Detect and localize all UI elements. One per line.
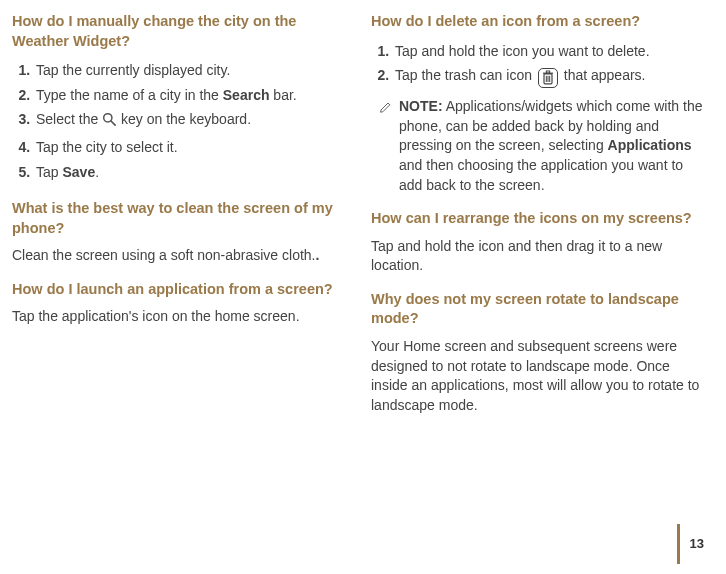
faq-weather-widget: How do I manually change the city on the… [12, 12, 345, 185]
page-number: 13 [690, 535, 704, 553]
step-bold: Save [62, 164, 95, 180]
weather-steps: Tap the currently displayed city. Type t… [12, 59, 345, 185]
page-footer: 13 [677, 524, 704, 564]
note-bold: Applications [608, 137, 692, 153]
body-text: Clean the screen using a soft non-abrasi… [12, 247, 316, 263]
list-item: Tap the currently displayed city. [34, 59, 345, 84]
faq-delete-icon: How do I delete an icon from a screen? T… [371, 12, 704, 195]
faq-rearrange-icons: How can I rearrange the icons on my scre… [371, 209, 704, 276]
step-text: key on the keyboard. [117, 111, 251, 127]
pencil-icon [379, 99, 393, 195]
step-text: Tap the trash can icon [395, 67, 536, 83]
step-text: bar. [269, 87, 296, 103]
faq-heading: How do I launch an application from a sc… [12, 280, 345, 300]
step-text: Tap [36, 164, 62, 180]
note-text: NOTE: Applications/widgets which come wi… [399, 97, 704, 195]
left-column: How do I manually change the city on the… [12, 12, 345, 429]
page-accent-bar [677, 524, 680, 564]
list-item: Tap Save. [34, 161, 345, 186]
trash-icon [538, 68, 558, 88]
step-text: . [95, 164, 99, 180]
note-block: NOTE: Applications/widgets which come wi… [379, 97, 704, 195]
faq-heading: How can I rearrange the icons on my scre… [371, 209, 704, 229]
list-item: Tap the city to select it. [34, 136, 345, 161]
note-body: and then choosing the application you wa… [399, 157, 683, 193]
faq-body: Tap and hold the icon and then drag it t… [371, 237, 704, 276]
right-column: How do I delete an icon from a screen? T… [371, 12, 704, 429]
delete-steps: Tap and hold the icon you want to delete… [371, 40, 704, 92]
faq-heading: What is the best way to clean the screen… [12, 199, 345, 238]
list-item: Tap and hold the icon you want to delete… [393, 40, 704, 65]
faq-heading: How do I manually change the city on the… [12, 12, 345, 51]
faq-heading: Why does not my screen rotate to landsca… [371, 290, 704, 329]
faq-body: Clean the screen using a soft non-abrasi… [12, 246, 345, 266]
search-icon [102, 112, 117, 133]
list-item: Type the name of a city in the Search ba… [34, 84, 345, 109]
faq-launch-app: How do I launch an application from a sc… [12, 280, 345, 327]
faq-heading: How do I delete an icon from a screen? [371, 12, 704, 32]
note-label: NOTE: [399, 98, 443, 114]
list-item: Tap the trash can icon that appears. [393, 64, 704, 91]
period-bold: . [316, 247, 320, 263]
svg-line-1 [111, 121, 115, 125]
step-text: Select the [36, 111, 102, 127]
faq-body: Tap the application's icon on the home s… [12, 307, 345, 327]
faq-landscape-mode: Why does not my screen rotate to landsca… [371, 290, 704, 416]
svg-rect-7 [546, 71, 549, 73]
step-text: Tap the city to select it. [36, 139, 178, 155]
step-bold: Search [223, 87, 270, 103]
faq-body: Your Home screen and subsequent screens … [371, 337, 704, 415]
list-item: Select the key on the keyboard. [34, 108, 345, 136]
step-text: Tap the currently displayed city. [36, 62, 230, 78]
step-text: Tap and hold the icon you want to delete… [395, 43, 650, 59]
faq-clean-screen: What is the best way to clean the screen… [12, 199, 345, 266]
step-text: that appears. [560, 67, 646, 83]
svg-line-8 [388, 103, 390, 105]
step-text: Type the name of a city in the [36, 87, 223, 103]
